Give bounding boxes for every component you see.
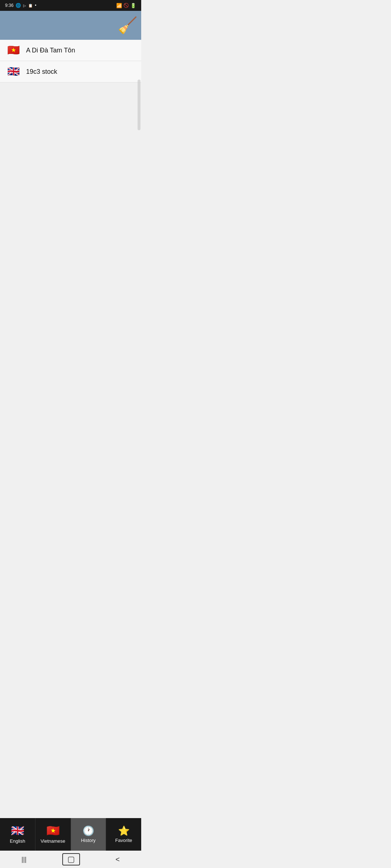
time-display: 9:36	[5, 3, 13, 8]
app-header: 🧹	[0, 11, 141, 40]
clipboard-icon: 📋	[28, 4, 33, 8]
status-bar: 9:36 🌐 ▷ 📋 • 📶 🚫 🔋	[0, 0, 141, 11]
item-text: A Di Đà Tam Tôn	[26, 47, 75, 54]
clear-history-button[interactable]: 🧹	[118, 17, 138, 33]
no-icon: 🚫	[123, 3, 129, 8]
history-list: 🇻🇳 A Di Đà Tam Tôn 🇬🇧 19c3 stock	[0, 40, 141, 82]
dot-icon: •	[35, 3, 36, 8]
status-right: 📶 🚫 🔋	[116, 3, 136, 8]
status-left: 9:36 🌐 ▷ 📋 •	[5, 3, 37, 8]
wifi-icon: 📶	[116, 3, 122, 8]
scrollbar-hint	[138, 80, 140, 130]
empty-content-area	[0, 82, 141, 292]
list-item[interactable]: 🇻🇳 A Di Đà Tam Tôn	[0, 40, 141, 61]
uk-flag-icon: 🇬🇧	[6, 66, 21, 77]
item-text: 19c3 stock	[26, 68, 57, 76]
globe-icon: 🌐	[16, 3, 21, 8]
list-item[interactable]: 🇬🇧 19c3 stock	[0, 61, 141, 82]
vietnamese-flag-icon: 🇻🇳	[6, 45, 21, 56]
play-icon: ▷	[23, 4, 26, 8]
battery-icon: 🔋	[130, 3, 136, 8]
